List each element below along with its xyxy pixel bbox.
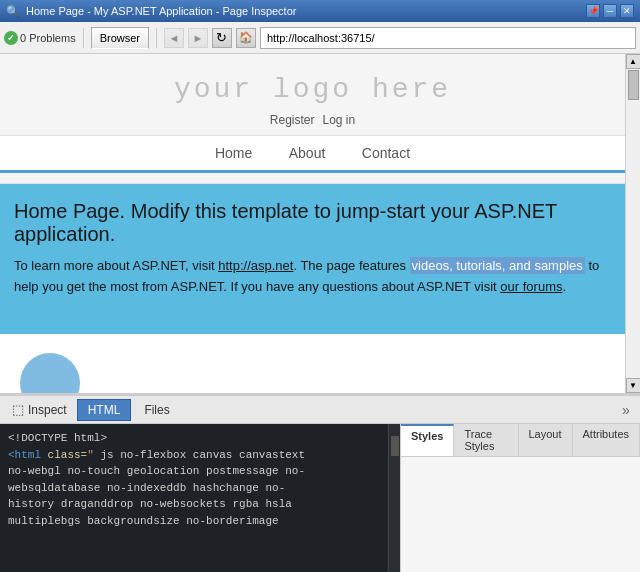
- styles-panel: Styles Trace Styles Layout Attributes: [400, 424, 640, 572]
- problems-count: 0 Problems: [20, 32, 76, 44]
- site-header: your logo here Register Log in Home Abou…: [0, 54, 625, 184]
- inspect-label: Inspect: [28, 403, 67, 417]
- problems-icon: ✓: [4, 31, 18, 45]
- inspect-icon: ⬚: [12, 402, 24, 417]
- window-title: Home Page - My ASP.NET Application - Pag…: [26, 5, 296, 17]
- html-panel: <!DOCTYPE html> <html class=" js no-flex…: [0, 424, 400, 572]
- html-line-1: <!DOCTYPE html>: [8, 430, 392, 447]
- forums-link[interactable]: our forums: [500, 279, 562, 294]
- browser-scrollbar[interactable]: ▲ ▼: [625, 54, 640, 393]
- attributes-tab-button[interactable]: Attributes: [573, 424, 640, 456]
- html-line-3-text: no-webgl no-touch geolocation postmessag…: [8, 465, 305, 477]
- html-scroll-thumb[interactable]: [391, 436, 399, 456]
- nav-contact[interactable]: Contact: [362, 145, 410, 161]
- html-line-4: websqldatabase no-indexeddb hashchange n…: [8, 480, 392, 497]
- styles-tab-button[interactable]: Styles: [401, 424, 454, 456]
- html-tab[interactable]: HTML: [77, 399, 132, 421]
- body-text-4: .: [562, 279, 566, 294]
- scroll-down-arrow[interactable]: ▼: [626, 378, 641, 393]
- site-content: your logo here Register Log in Home Abou…: [0, 54, 640, 393]
- app-icon: 🔍: [6, 5, 20, 18]
- browser-tab-button[interactable]: Browser: [91, 27, 149, 49]
- site-nav: Home About Contact: [0, 135, 625, 173]
- toolbar-divider-1: [83, 28, 84, 48]
- window-controls: 📌 ─ ✕: [586, 4, 634, 18]
- html-scrollbar[interactable]: [388, 424, 400, 572]
- nav-about[interactable]: About: [289, 145, 326, 161]
- asp-net-link[interactable]: http://asp.net: [218, 258, 293, 273]
- back-button[interactable]: ◄: [164, 28, 184, 48]
- login-link[interactable]: Log in: [322, 113, 355, 127]
- main-body: To learn more about ASP.NET, visit http:…: [14, 256, 611, 298]
- html-line-5: history draganddrop no-websockets rgba h…: [8, 496, 392, 513]
- doctype-text: <!DOCTYPE html>: [8, 432, 107, 444]
- minimize-button[interactable]: ─: [603, 4, 617, 18]
- home-button[interactable]: 🏠: [236, 28, 256, 48]
- scroll-thumb[interactable]: [628, 70, 639, 100]
- html-tag: <html: [8, 449, 48, 461]
- html-class-val: js no-flexbox canvas canvastext: [94, 449, 305, 461]
- html-line-2: <html class=" js no-flexbox canvas canva…: [8, 447, 392, 464]
- close-button[interactable]: ✕: [620, 4, 634, 18]
- pin-button[interactable]: 📌: [586, 4, 600, 18]
- trace-styles-tab-button[interactable]: Trace Styles: [454, 424, 518, 456]
- styles-tabs: Styles Trace Styles Layout Attributes: [401, 424, 640, 457]
- nav-home[interactable]: Home: [215, 145, 252, 161]
- html-line-3: no-webgl no-touch geolocation postmessag…: [8, 463, 392, 480]
- body-text-2: . The page features: [293, 258, 409, 273]
- html-line-6-text: multiplebgs backgroundsize no-borderimag…: [8, 515, 279, 527]
- toolbar-divider-2: [156, 28, 157, 48]
- html-line-6: multiplebgs backgroundsize no-borderimag…: [8, 513, 392, 530]
- html-val: ": [87, 449, 94, 461]
- html-line-5-text: history draganddrop no-websockets rgba h…: [8, 498, 292, 510]
- refresh-button[interactable]: ↻: [212, 28, 232, 48]
- browser-content: your logo here Register Log in Home Abou…: [0, 54, 640, 394]
- layout-tab-button[interactable]: Layout: [519, 424, 573, 456]
- scroll-up-arrow[interactable]: ▲: [626, 54, 641, 69]
- site-logo: your logo here: [0, 74, 625, 105]
- highlighted-text: videos, tutorials, and samples: [410, 257, 585, 274]
- inspect-button[interactable]: ⬚ Inspect: [4, 399, 75, 421]
- devtools-panel: ⬚ Inspect HTML Files » <!DOCTYPE html> <…: [0, 394, 640, 572]
- problems-group: ✓ 0 Problems: [4, 31, 76, 45]
- files-tab[interactable]: Files: [133, 399, 180, 421]
- main-heading: Home Page. Modify this template to jump-…: [14, 200, 611, 246]
- heading-bold: Home Page.: [14, 200, 125, 222]
- register-link[interactable]: Register: [270, 113, 315, 127]
- title-bar: 🔍 Home Page - My ASP.NET Application - P…: [0, 0, 640, 22]
- toolbar: ✓ 0 Problems Browser ◄ ► ↻ 🏠: [0, 22, 640, 54]
- body-text-1: To learn more about ASP.NET, visit: [14, 258, 218, 273]
- site-auth: Register Log in: [0, 113, 625, 127]
- decorative-circle: [20, 353, 80, 394]
- expand-button[interactable]: »: [616, 402, 636, 418]
- html-attr: class=: [48, 449, 88, 461]
- devtools-toolbar: ⬚ Inspect HTML Files »: [0, 396, 640, 424]
- forward-button[interactable]: ►: [188, 28, 208, 48]
- devtools-content: <!DOCTYPE html> <html class=" js no-flex…: [0, 424, 640, 572]
- site-main: Home Page. Modify this template to jump-…: [0, 184, 625, 334]
- html-line-4-text: websqldatabase no-indexeddb hashchange n…: [8, 482, 285, 494]
- address-bar[interactable]: [260, 27, 636, 49]
